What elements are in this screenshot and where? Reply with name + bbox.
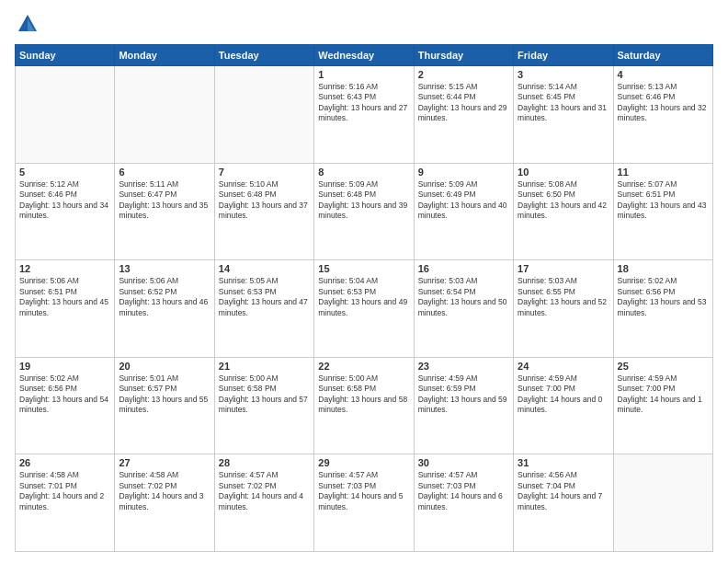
calendar-row: 19Sunrise: 5:02 AM Sunset: 6:56 PM Dayli… — [16, 357, 713, 454]
day-number: 16 — [418, 263, 509, 274]
day-info: Sunrise: 4:57 AM Sunset: 7:02 PM Dayligh… — [219, 470, 310, 512]
weekday-header: Saturday — [613, 45, 712, 66]
page: SundayMondayTuesdayWednesdayThursdayFrid… — [0, 0, 728, 563]
day-info: Sunrise: 5:16 AM Sunset: 6:43 PM Dayligh… — [318, 82, 409, 124]
weekday-header: Thursday — [414, 45, 513, 66]
calendar-cell — [214, 66, 313, 164]
day-number: 4 — [618, 69, 709, 80]
calendar-cell: 14Sunrise: 5:05 AM Sunset: 6:53 PM Dayli… — [214, 260, 313, 358]
day-info: Sunrise: 5:06 AM Sunset: 6:51 PM Dayligh… — [19, 276, 110, 318]
calendar-row: 12Sunrise: 5:06 AM Sunset: 6:51 PM Dayli… — [16, 260, 713, 358]
calendar-cell: 6Sunrise: 5:11 AM Sunset: 6:47 PM Daylig… — [115, 163, 214, 260]
day-number: 28 — [219, 457, 310, 468]
weekday-header: Friday — [514, 45, 613, 66]
calendar-cell: 2Sunrise: 5:15 AM Sunset: 6:44 PM Daylig… — [414, 66, 513, 164]
day-number: 29 — [318, 457, 409, 468]
day-number: 20 — [119, 361, 210, 372]
calendar-cell: 12Sunrise: 5:06 AM Sunset: 6:51 PM Dayli… — [16, 260, 115, 358]
calendar-cell: 28Sunrise: 4:57 AM Sunset: 7:02 PM Dayli… — [214, 454, 313, 552]
calendar-row: 1Sunrise: 5:16 AM Sunset: 6:43 PM Daylig… — [16, 66, 713, 164]
header — [15, 11, 713, 37]
calendar-cell: 13Sunrise: 5:06 AM Sunset: 6:52 PM Dayli… — [115, 260, 214, 358]
calendar-cell: 7Sunrise: 5:10 AM Sunset: 6:48 PM Daylig… — [214, 163, 313, 260]
day-info: Sunrise: 5:11 AM Sunset: 6:47 PM Dayligh… — [119, 179, 210, 222]
day-number: 10 — [518, 167, 609, 178]
day-info: Sunrise: 5:14 AM Sunset: 6:45 PM Dayligh… — [518, 82, 609, 124]
day-number: 22 — [318, 361, 409, 372]
day-number: 23 — [418, 361, 509, 372]
day-number: 21 — [219, 361, 310, 372]
day-number: 24 — [518, 361, 609, 372]
day-info: Sunrise: 5:13 AM Sunset: 6:46 PM Dayligh… — [618, 82, 709, 124]
day-info: Sunrise: 5:03 AM Sunset: 6:54 PM Dayligh… — [418, 276, 509, 318]
day-number: 2 — [418, 69, 509, 80]
weekday-header: Tuesday — [214, 45, 313, 66]
calendar-cell: 3Sunrise: 5:14 AM Sunset: 6:45 PM Daylig… — [514, 66, 613, 164]
day-number: 9 — [418, 167, 509, 178]
day-info: Sunrise: 5:00 AM Sunset: 6:58 PM Dayligh… — [318, 373, 409, 416]
calendar-cell: 23Sunrise: 4:59 AM Sunset: 6:59 PM Dayli… — [414, 357, 513, 454]
day-number: 31 — [518, 457, 609, 468]
calendar-cell: 19Sunrise: 5:02 AM Sunset: 6:56 PM Dayli… — [16, 357, 115, 454]
day-number: 8 — [318, 167, 409, 178]
day-number: 14 — [219, 263, 310, 274]
day-info: Sunrise: 4:59 AM Sunset: 7:00 PM Dayligh… — [518, 373, 609, 416]
day-info: Sunrise: 5:02 AM Sunset: 6:56 PM Dayligh… — [618, 276, 709, 318]
logo — [15, 11, 44, 37]
day-info: Sunrise: 4:56 AM Sunset: 7:04 PM Dayligh… — [518, 470, 609, 512]
calendar-table: SundayMondayTuesdayWednesdayThursdayFrid… — [15, 44, 713, 552]
day-number: 3 — [518, 69, 609, 80]
calendar-cell: 16Sunrise: 5:03 AM Sunset: 6:54 PM Dayli… — [414, 260, 513, 358]
day-info: Sunrise: 5:06 AM Sunset: 6:52 PM Dayligh… — [119, 276, 210, 318]
day-number: 15 — [318, 263, 409, 274]
calendar-cell: 22Sunrise: 5:00 AM Sunset: 6:58 PM Dayli… — [314, 357, 414, 454]
day-info: Sunrise: 4:58 AM Sunset: 7:01 PM Dayligh… — [19, 470, 110, 512]
day-number: 1 — [318, 69, 409, 80]
day-info: Sunrise: 5:10 AM Sunset: 6:48 PM Dayligh… — [219, 179, 310, 222]
day-number: 26 — [19, 457, 110, 468]
day-number: 27 — [119, 457, 210, 468]
calendar-cell: 31Sunrise: 4:56 AM Sunset: 7:04 PM Dayli… — [514, 454, 613, 552]
day-number: 11 — [618, 167, 709, 178]
day-number: 30 — [418, 457, 509, 468]
logo-icon — [15, 11, 40, 37]
day-info: Sunrise: 5:03 AM Sunset: 6:55 PM Dayligh… — [518, 276, 609, 318]
calendar-cell: 25Sunrise: 4:59 AM Sunset: 7:00 PM Dayli… — [613, 357, 712, 454]
day-info: Sunrise: 5:12 AM Sunset: 6:46 PM Dayligh… — [19, 179, 110, 222]
calendar-cell: 10Sunrise: 5:08 AM Sunset: 6:50 PM Dayli… — [514, 163, 613, 260]
weekday-header: Wednesday — [314, 45, 414, 66]
calendar-cell: 4Sunrise: 5:13 AM Sunset: 6:46 PM Daylig… — [613, 66, 712, 164]
calendar-cell: 17Sunrise: 5:03 AM Sunset: 6:55 PM Dayli… — [514, 260, 613, 358]
day-info: Sunrise: 5:09 AM Sunset: 6:49 PM Dayligh… — [418, 179, 509, 222]
day-info: Sunrise: 5:15 AM Sunset: 6:44 PM Dayligh… — [418, 82, 509, 124]
day-number: 19 — [19, 361, 110, 372]
day-info: Sunrise: 5:08 AM Sunset: 6:50 PM Dayligh… — [518, 179, 609, 222]
day-number: 5 — [19, 167, 110, 178]
calendar-cell: 5Sunrise: 5:12 AM Sunset: 6:46 PM Daylig… — [16, 163, 115, 260]
day-info: Sunrise: 4:59 AM Sunset: 7:00 PM Dayligh… — [618, 373, 709, 416]
calendar-cell: 29Sunrise: 4:57 AM Sunset: 7:03 PM Dayli… — [314, 454, 414, 552]
calendar-cell: 26Sunrise: 4:58 AM Sunset: 7:01 PM Dayli… — [16, 454, 115, 552]
day-info: Sunrise: 5:00 AM Sunset: 6:58 PM Dayligh… — [219, 373, 310, 416]
calendar-cell: 18Sunrise: 5:02 AM Sunset: 6:56 PM Dayli… — [613, 260, 712, 358]
day-number: 17 — [518, 263, 609, 274]
calendar-cell: 27Sunrise: 4:58 AM Sunset: 7:02 PM Dayli… — [115, 454, 214, 552]
day-info: Sunrise: 4:57 AM Sunset: 7:03 PM Dayligh… — [318, 470, 409, 512]
day-number: 13 — [119, 263, 210, 274]
calendar-cell — [115, 66, 214, 164]
day-info: Sunrise: 5:01 AM Sunset: 6:57 PM Dayligh… — [119, 373, 210, 416]
calendar-cell: 8Sunrise: 5:09 AM Sunset: 6:48 PM Daylig… — [314, 163, 414, 260]
day-info: Sunrise: 5:02 AM Sunset: 6:56 PM Dayligh… — [19, 373, 110, 416]
day-info: Sunrise: 5:07 AM Sunset: 6:51 PM Dayligh… — [618, 179, 709, 222]
calendar-cell: 15Sunrise: 5:04 AM Sunset: 6:53 PM Dayli… — [314, 260, 414, 358]
day-number: 6 — [119, 167, 210, 178]
day-number: 18 — [618, 263, 709, 274]
calendar-header-row: SundayMondayTuesdayWednesdayThursdayFrid… — [16, 45, 713, 66]
calendar-cell: 21Sunrise: 5:00 AM Sunset: 6:58 PM Dayli… — [214, 357, 313, 454]
day-number: 12 — [19, 263, 110, 274]
calendar-cell: 20Sunrise: 5:01 AM Sunset: 6:57 PM Dayli… — [115, 357, 214, 454]
day-info: Sunrise: 4:59 AM Sunset: 6:59 PM Dayligh… — [418, 373, 509, 416]
calendar-cell — [613, 454, 712, 552]
calendar-cell: 11Sunrise: 5:07 AM Sunset: 6:51 PM Dayli… — [613, 163, 712, 260]
calendar-cell: 24Sunrise: 4:59 AM Sunset: 7:00 PM Dayli… — [514, 357, 613, 454]
